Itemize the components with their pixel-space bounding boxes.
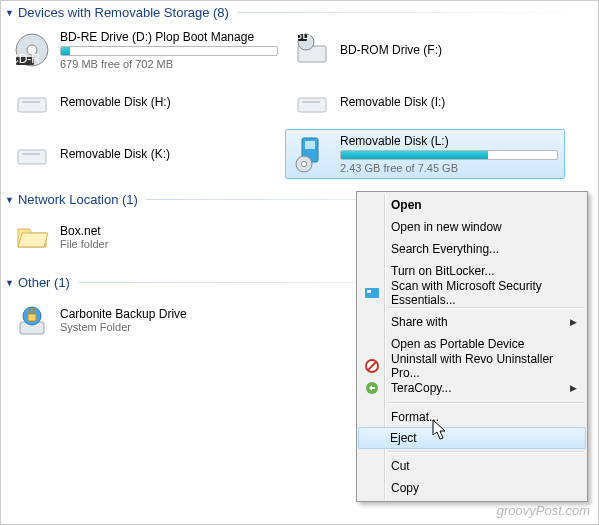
group-title: Devices with Removable Storage (8) bbox=[18, 5, 229, 20]
svg-rect-20 bbox=[28, 314, 36, 321]
teracopy-icon bbox=[363, 379, 381, 397]
drive-name: BD-ROM Drive (F:) bbox=[340, 43, 558, 57]
item-name: Carbonite Backup Drive bbox=[60, 307, 278, 321]
drive-h[interactable]: Removable Disk (H:) bbox=[5, 77, 285, 127]
storage-bar bbox=[60, 46, 278, 56]
svg-rect-9 bbox=[22, 101, 40, 103]
drive-bdre[interactable]: CD-R BD-RE Drive (D:) Plop Boot Manage 6… bbox=[5, 25, 285, 75]
watermark: groovyPost.com bbox=[497, 503, 590, 518]
svg-rect-22 bbox=[367, 290, 371, 293]
svg-point-17 bbox=[302, 162, 307, 167]
menu-eject[interactable]: Eject bbox=[358, 427, 586, 449]
menu-separator bbox=[388, 402, 584, 403]
svg-text:BD: BD bbox=[294, 32, 311, 42]
drive-l[interactable]: Removable Disk (L:) 2.43 GB free of 7.45… bbox=[285, 129, 565, 179]
storage-bar bbox=[340, 150, 558, 160]
menu-cut[interactable]: Cut bbox=[359, 455, 585, 477]
msse-icon bbox=[363, 284, 381, 302]
svg-rect-15 bbox=[305, 141, 315, 149]
menu-msse-scan[interactable]: Scan with Microsoft Security Essentials.… bbox=[359, 282, 585, 304]
menu-revo-uninstall[interactable]: Uninstall with Revo Uninstaller Pro... bbox=[359, 355, 585, 377]
menu-separator bbox=[388, 307, 584, 308]
folder-icon bbox=[12, 217, 52, 257]
context-menu: Open Open in new window Search Everythin… bbox=[356, 191, 588, 502]
menu-open-new-window[interactable]: Open in new window bbox=[359, 216, 585, 238]
removable-icon bbox=[12, 82, 52, 122]
item-boxnet[interactable]: Box.net File folder bbox=[5, 212, 285, 262]
drive-name: Removable Disk (L:) bbox=[340, 134, 558, 148]
group-title: Other (1) bbox=[18, 275, 70, 290]
menu-format[interactable]: Format... bbox=[359, 406, 585, 428]
group-header-removable[interactable]: ▼ Devices with Removable Storage (8) bbox=[1, 1, 598, 22]
menu-copy[interactable]: Copy bbox=[359, 477, 585, 499]
drive-i[interactable]: Removable Disk (I:) bbox=[285, 77, 565, 127]
bd-icon: BD bbox=[292, 30, 332, 70]
submenu-arrow-icon: ▶ bbox=[570, 383, 577, 393]
menu-teracopy[interactable]: TeraCopy...▶ bbox=[359, 377, 585, 399]
lock-icon bbox=[12, 300, 52, 340]
menu-open[interactable]: Open bbox=[359, 194, 585, 216]
group-title: Network Location (1) bbox=[18, 192, 138, 207]
removable-media-icon bbox=[292, 134, 332, 174]
revo-icon bbox=[363, 357, 381, 375]
drive-name: BD-RE Drive (D:) Plop Boot Manage bbox=[60, 30, 278, 44]
svg-rect-11 bbox=[302, 101, 320, 103]
drive-sub: 679 MB free of 702 MB bbox=[60, 58, 278, 70]
item-carbonite[interactable]: Carbonite Backup Drive System Folder bbox=[5, 295, 285, 345]
svg-rect-12 bbox=[18, 150, 46, 164]
removable-icon bbox=[12, 134, 52, 174]
removable-icon bbox=[292, 82, 332, 122]
svg-text:CD-R: CD-R bbox=[14, 52, 40, 66]
drive-bdrom[interactable]: BD BD-ROM Drive (F:) bbox=[285, 25, 565, 75]
drive-k[interactable]: Removable Disk (K:) bbox=[5, 129, 285, 179]
cd-r-icon: CD-R bbox=[12, 30, 52, 70]
divider bbox=[237, 12, 590, 13]
svg-rect-13 bbox=[22, 153, 40, 155]
menu-search-everything[interactable]: Search Everything... bbox=[359, 238, 585, 260]
svg-rect-10 bbox=[298, 98, 326, 112]
collapse-icon: ▼ bbox=[5, 195, 14, 205]
drive-name: Removable Disk (I:) bbox=[340, 95, 558, 109]
drive-name: Removable Disk (K:) bbox=[60, 147, 278, 161]
item-sub: File folder bbox=[60, 238, 278, 250]
collapse-icon: ▼ bbox=[5, 278, 14, 288]
item-name: Box.net bbox=[60, 224, 278, 238]
menu-share-with[interactable]: Share with▶ bbox=[359, 311, 585, 333]
submenu-arrow-icon: ▶ bbox=[570, 317, 577, 327]
menu-separator bbox=[388, 451, 584, 452]
drive-name: Removable Disk (H:) bbox=[60, 95, 278, 109]
item-sub: System Folder bbox=[60, 321, 278, 333]
svg-rect-8 bbox=[18, 98, 46, 112]
drive-sub: 2.43 GB free of 7.45 GB bbox=[340, 162, 558, 174]
collapse-icon: ▼ bbox=[5, 8, 14, 18]
